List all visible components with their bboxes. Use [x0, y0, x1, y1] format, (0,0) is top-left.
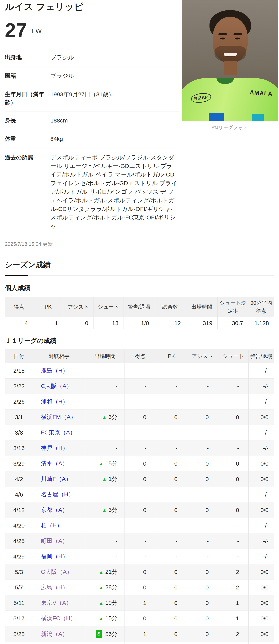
profile-value: 1993年9月27日（31歳）	[50, 90, 178, 106]
cards-cell: -/-	[249, 394, 274, 410]
match-date: 4/20	[5, 518, 33, 533]
match-row: 6/1岡山（H）S81分10031/0	[5, 642, 274, 644]
opponent-cell: 鹿島（H）	[33, 363, 85, 378]
opponent-link[interactable]: 柏（H）	[41, 522, 63, 528]
jersey-logo-rizap: RIZAP	[190, 92, 212, 104]
opponent-link[interactable]: 浦和（H）	[41, 398, 68, 405]
shots-cell: 0	[218, 502, 249, 518]
appearance-time-cell: ▲21分	[85, 564, 125, 580]
goals-cell: -	[125, 363, 156, 378]
appearance-time-cell: ▲3分	[85, 502, 125, 518]
opponent-link[interactable]: 広島（H）	[41, 584, 68, 590]
opponent-link[interactable]: FC東京（A）	[41, 429, 76, 436]
opponent-link[interactable]: 町田（A）	[41, 538, 68, 544]
assist-cell: -	[187, 363, 218, 378]
appearance-time-cell: -	[85, 487, 125, 502]
match-column-header: 対戦相手	[33, 350, 85, 363]
section-divider	[5, 275, 274, 276]
opponent-link[interactable]: 東京V（A）	[41, 600, 72, 606]
opponent-cell: 京都（A）	[33, 502, 85, 518]
opponent-link[interactable]: 横浜FC（H）	[41, 615, 76, 621]
cards-cell: -/-	[249, 487, 274, 502]
goals-cell: 0	[125, 456, 156, 472]
opponent-link[interactable]: 名古屋（H）	[41, 491, 74, 498]
opponent-cell: 名古屋（H）	[33, 487, 85, 502]
stat-value: 13	[94, 317, 124, 329]
opponent-link[interactable]: 鹿島（H）	[41, 367, 68, 374]
appearance-time-cell: -	[85, 394, 125, 410]
pk-cell: 0	[156, 642, 187, 644]
player-photo: RIZAP AMALA	[182, 0, 278, 121]
jersey-logo-amala: AMALA	[249, 89, 273, 97]
match-row: 5/7広島（H）▲28分00020/0	[5, 580, 274, 595]
stat-value: 319	[186, 317, 218, 329]
profile-label: 出身地	[5, 53, 50, 62]
updated-timestamp: 2025/7/18 15:04 更新	[5, 241, 180, 248]
opponent-link[interactable]: C大阪（A）	[41, 383, 72, 389]
opponent-link[interactable]: 京都（A）	[41, 506, 68, 513]
opponent-link[interactable]: 川崎F（A）	[41, 476, 72, 482]
match-date: 5/25	[5, 626, 33, 642]
assist-cell: -	[187, 533, 218, 549]
opponent-link[interactable]: 新潟（A）	[41, 631, 68, 637]
shots-cell: 3	[218, 642, 249, 644]
substitute-in-icon: ▲	[102, 414, 107, 420]
opponent-cell: 広島（H）	[33, 580, 85, 595]
assist-cell: 0	[187, 595, 218, 611]
assist-cell: -	[187, 549, 218, 564]
shots-cell: -	[218, 394, 249, 410]
pk-cell: -	[156, 549, 187, 564]
shots-cell: 1	[218, 611, 249, 626]
pk-cell: -	[156, 425, 187, 440]
match-date: 4/2	[5, 472, 33, 487]
profile-value: 84kg	[50, 135, 178, 143]
starter-badge: S	[96, 630, 102, 638]
opponent-cell: 神戸（H）	[33, 440, 85, 456]
stat-column-header: 出場時間	[186, 297, 218, 317]
match-column-header: シュート	[218, 350, 249, 363]
profile-row: 出身地ブラジル	[5, 48, 180, 66]
opponent-link[interactable]: 横浜FM（A）	[41, 414, 76, 420]
assist-cell: -	[187, 440, 218, 456]
opponent-link[interactable]: 清水（A）	[41, 460, 68, 466]
pk-cell: 0	[156, 502, 187, 518]
opponent-cell: 川崎F（A）	[33, 472, 85, 487]
stat-column-header: シュート	[94, 297, 124, 317]
pk-cell: -	[156, 378, 187, 394]
profile-label: 国籍	[5, 72, 50, 80]
assist-cell: 0	[187, 611, 218, 626]
profile-value: デスポルティーボ ブラジル/ブラジル-スタンダール リエージュ/ベルギー-GDエ…	[50, 153, 178, 231]
individual-stats-table: 得点PKアシストシュート警告/退場試合数出場時間シュート決定率90分平均得点 4…	[5, 297, 274, 329]
opponent-link[interactable]: 福岡（H）	[41, 553, 68, 560]
opponent-link[interactable]: 神戸（H）	[41, 445, 68, 451]
substitute-in-icon: ▲	[102, 508, 107, 513]
match-date: 2/22	[5, 378, 33, 394]
section-title-league: Ｊ１リーグの成績	[5, 336, 274, 345]
match-row: 3/8FC東京（A）------/-	[5, 425, 274, 440]
opponent-link[interactable]: G大阪（A）	[41, 568, 72, 575]
pk-cell: 0	[156, 472, 187, 487]
stat-value: 1/0	[124, 317, 154, 329]
appearance-time-cell: ▲19分	[85, 595, 125, 611]
match-row: 2/22C大阪（A）------/-	[5, 378, 274, 394]
goals-cell: -	[125, 549, 156, 564]
section-title-season: シーズン成績	[5, 260, 274, 270]
cards-cell: 0/0	[249, 626, 274, 642]
match-column-header: 出場時間	[85, 350, 125, 363]
appearance-time-cell: ▲15分	[85, 456, 125, 472]
shots-cell: 2	[218, 580, 249, 595]
match-date: 3/8	[5, 425, 33, 440]
cards-cell: 0/0	[249, 410, 274, 425]
shots-cell: -	[218, 549, 249, 564]
shots-cell: 1	[218, 595, 249, 611]
league-results-table: 日付対戦相手出場時間得点PKアシストシュート警告/退場 2/15鹿島（H）---…	[5, 350, 274, 644]
shots-cell: -	[218, 378, 249, 394]
cards-cell: 0/0	[249, 595, 274, 611]
match-row: 5/11東京V（A）▲19分10010/0	[5, 595, 274, 611]
assist-cell: -	[187, 378, 218, 394]
appearance-time-cell: ▲3分	[85, 410, 125, 425]
profile-row: 過去の所属デスポルティーボ ブラジル/ブラジル-スタンダール リエージュ/ベルギ…	[5, 148, 180, 236]
shots-cell: -	[218, 440, 249, 456]
appearance-time-cell: S81分	[85, 642, 125, 644]
assist-cell: -	[187, 394, 218, 410]
